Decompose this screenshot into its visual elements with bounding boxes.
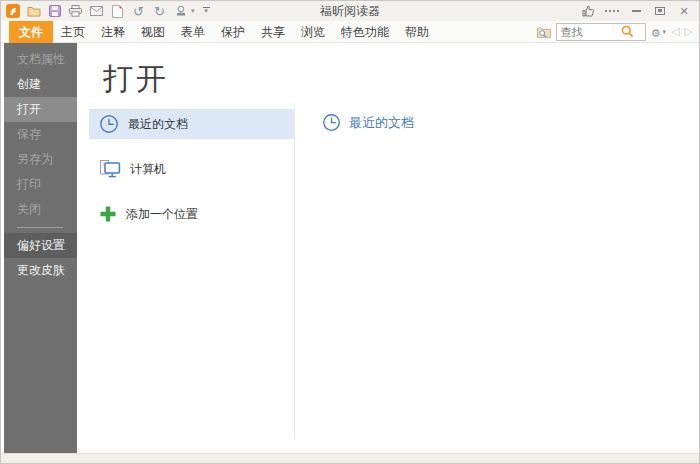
tab-home[interactable]: 主页 <box>53 21 93 43</box>
sidebar-item-create[interactable]: 创建 <box>4 72 77 97</box>
search-magnifier-icon[interactable] <box>621 25 634 38</box>
sidebar-item-properties: 文档属性 <box>4 47 77 72</box>
layout-grid-icon[interactable] <box>605 4 619 18</box>
plus-icon <box>99 205 117 223</box>
document-attachment-icon[interactable] <box>110 4 125 19</box>
clock-icon <box>322 113 341 132</box>
menu-bar: 文件 主页 注释 视图 表单 保护 共享 浏览 特色功能 帮助 ⚙ ▾ ◁ ▷ <box>1 21 699 43</box>
place-computer[interactable]: 计算机 <box>89 154 294 184</box>
tab-help[interactable]: 帮助 <box>397 21 437 43</box>
redo-icon[interactable]: ↻ <box>152 4 167 19</box>
sidebar-item-save: 保存 <box>4 122 77 147</box>
app-window: ↺ ↻ ▾ ▾ 福昕阅读器 ✕ 文件 主页 注释 视图 表单 <box>0 0 700 464</box>
tab-file[interactable]: 文件 <box>9 21 53 43</box>
tab-features[interactable]: 特色功能 <box>333 21 397 43</box>
maximize-button[interactable] <box>653 4 667 18</box>
place-label: 最近的文档 <box>128 116 188 133</box>
search-input[interactable] <box>561 26 621 38</box>
thumbs-up-icon[interactable] <box>581 4 595 18</box>
clock-icon <box>99 114 119 134</box>
sidebar-item-preferences[interactable]: 偏好设置 <box>4 233 77 258</box>
sidebar-item-open[interactable]: 打开 <box>4 97 77 122</box>
quick-access-toolbar: ↺ ↻ ▾ ▾ <box>5 4 210 19</box>
sidebar-item-save-as: 另存为 <box>4 147 77 172</box>
email-icon[interactable] <box>89 4 104 19</box>
print-icon[interactable] <box>68 4 83 19</box>
tab-browse[interactable]: 浏览 <box>293 21 333 43</box>
sidebar-item-change-skin[interactable]: 更改皮肤 <box>4 258 77 283</box>
sidebar-divider <box>17 227 63 228</box>
place-recent-documents[interactable]: 最近的文档 <box>89 109 294 139</box>
sidebar-item-print: 打印 <box>4 172 77 197</box>
stamp-tool-caret-icon[interactable]: ▾ <box>191 7 195 15</box>
find-next-icon[interactable]: ▷ <box>685 25 693 38</box>
search-settings-gear-icon[interactable]: ⚙ <box>651 23 661 41</box>
search-area: ⚙ ▾ ◁ ▷ <box>537 23 699 41</box>
close-button[interactable]: ✕ <box>677 4 691 18</box>
pane-divider <box>294 107 295 439</box>
undo-icon[interactable]: ↺ <box>131 4 146 19</box>
open-folder-icon[interactable] <box>26 4 41 19</box>
recent-header-label: 最近的文档 <box>349 114 414 132</box>
tab-protect[interactable]: 保护 <box>213 21 253 43</box>
place-label: 添加一个位置 <box>126 206 198 223</box>
stamp-tool-icon[interactable] <box>173 4 188 19</box>
tab-view[interactable]: 视图 <box>133 21 173 43</box>
minimize-button[interactable] <box>629 4 643 18</box>
foxit-logo-icon[interactable] <box>5 4 20 19</box>
search-box <box>556 23 646 41</box>
place-label: 计算机 <box>130 161 166 178</box>
sidebar-item-close: 关闭 <box>4 197 77 222</box>
tab-form[interactable]: 表单 <box>173 21 213 43</box>
window-bottom-border <box>1 453 699 463</box>
find-in-folder-icon[interactable] <box>537 26 551 38</box>
search-settings-caret-icon[interactable]: ▾ <box>663 28 667 36</box>
place-add-location[interactable]: 添加一个位置 <box>89 199 294 229</box>
computer-icon <box>99 159 121 179</box>
backstage-sidebar: 文档属性 创建 打开 保存 另存为 打印 关闭 偏好设置 更改皮肤 <box>4 43 77 454</box>
page-title: 打开 <box>103 59 169 100</box>
window-controls: ✕ <box>581 4 695 18</box>
customize-toolbar-icon[interactable]: ▾ <box>203 7 210 15</box>
save-icon[interactable] <box>47 4 62 19</box>
tab-comment[interactable]: 注释 <box>93 21 133 43</box>
tab-share[interactable]: 共享 <box>253 21 293 43</box>
find-previous-icon[interactable]: ◁ <box>671 25 679 38</box>
title-bar: ↺ ↻ ▾ ▾ 福昕阅读器 ✕ <box>1 1 699 21</box>
recent-documents-header: 最近的文档 <box>322 113 414 132</box>
